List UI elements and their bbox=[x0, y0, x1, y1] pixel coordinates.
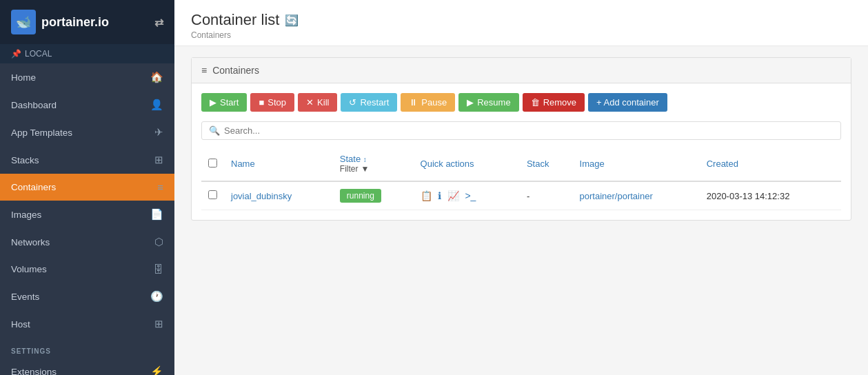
search-icon: 🔍 bbox=[209, 125, 220, 136]
resume-icon: ▶ bbox=[467, 97, 474, 108]
state-badge: running bbox=[340, 189, 381, 203]
stats-icon[interactable]: 📈 bbox=[447, 190, 459, 201]
app-templates-label: App Templates bbox=[11, 128, 72, 138]
containers-label: Containers bbox=[11, 182, 56, 192]
pause-button[interactable]: ⏸ Pause bbox=[401, 93, 455, 112]
logo: 🐋 portainer.io ⇄ bbox=[0, 0, 174, 44]
home-label: Home bbox=[11, 72, 36, 83]
sidebar-item-volumes[interactable]: Volumes 🗄 bbox=[0, 256, 174, 283]
page-title: Container list bbox=[191, 11, 279, 29]
app-templates-icon: ✈ bbox=[154, 126, 163, 139]
host-label: Host bbox=[11, 319, 30, 330]
extensions-label: Extensions bbox=[11, 367, 57, 376]
kill-icon: ✕ bbox=[306, 97, 314, 108]
state-col: State ↕ Filter ▼ bbox=[333, 147, 414, 181]
table-header-row: Name State ↕ Filter bbox=[201, 147, 841, 181]
row-checkbox-cell bbox=[201, 181, 224, 210]
start-icon: ▶ bbox=[210, 97, 216, 108]
image-col: Image bbox=[573, 147, 700, 181]
stacks-label: Stacks bbox=[11, 155, 39, 165]
add-container-button[interactable]: + Add container bbox=[588, 93, 667, 112]
sidebar-item-app-templates[interactable]: App Templates ✈ bbox=[0, 119, 174, 146]
panel-list-icon: ≡ bbox=[201, 65, 207, 76]
env-bar: 📌 LOCAL bbox=[0, 44, 174, 63]
row-quick-actions-cell: 📋 ℹ 📈 >_ bbox=[414, 181, 520, 210]
images-label: Images bbox=[11, 210, 41, 220]
sidebar-item-containers[interactable]: Containers ≡ bbox=[0, 174, 174, 201]
row-state-cell: running bbox=[333, 181, 414, 210]
sidebar-item-extensions[interactable]: Extensions ⚡ bbox=[0, 358, 174, 375]
images-icon: 📄 bbox=[150, 208, 163, 221]
add-container-label: + Add container bbox=[596, 97, 659, 108]
kill-button[interactable]: ✕ Kill bbox=[298, 93, 337, 112]
volumes-label: Volumes bbox=[11, 264, 47, 274]
panel-heading: ≡ Containers bbox=[192, 58, 851, 83]
networks-label: Networks bbox=[11, 237, 50, 247]
sidebar-item-dashboard[interactable]: Dashboard 👤 bbox=[0, 91, 174, 119]
main-content: Container list 🔄 Containers ≡ Containers… bbox=[174, 0, 868, 375]
action-toolbar: ▶ Start ■ Stop ✕ Kill ↺ Restart bbox=[201, 93, 841, 112]
containers-panel: ≡ Containers ▶ Start ■ Stop ✕ Kil bbox=[191, 57, 851, 221]
row-image-cell: portainer/portainer bbox=[573, 181, 700, 210]
transfer-icon[interactable]: ⇄ bbox=[154, 16, 163, 29]
content-area: ≡ Containers ▶ Start ■ Stop ✕ Kil bbox=[174, 46, 868, 375]
remove-button[interactable]: 🗑 Remove bbox=[523, 93, 585, 112]
resume-button[interactable]: ▶ Resume bbox=[458, 93, 518, 112]
sidebar-item-networks[interactable]: Networks ⬡ bbox=[0, 228, 174, 256]
pin-icon: 📌 bbox=[11, 49, 21, 59]
panel-heading-label: Containers bbox=[212, 65, 259, 76]
sidebar-item-events[interactable]: Events 🕐 bbox=[0, 283, 174, 310]
row-created-cell: 2020-03-13 14:12:32 bbox=[700, 181, 841, 210]
restart-button[interactable]: ↺ Restart bbox=[341, 93, 397, 112]
row-name-cell: jovial_dubinsky bbox=[224, 181, 333, 210]
image-link[interactable]: portainer/portainer bbox=[580, 191, 653, 201]
logs-icon[interactable]: 📋 bbox=[421, 190, 432, 201]
containers-icon: ≡ bbox=[157, 181, 163, 193]
page-subtitle: Containers bbox=[191, 30, 851, 40]
quick-actions-col: Quick actions bbox=[414, 147, 520, 181]
select-all-checkbox[interactable] bbox=[208, 159, 217, 168]
table-row: jovial_dubinsky running 📋 ℹ 📈 >_ - porta… bbox=[201, 181, 841, 210]
sidebar-item-host[interactable]: Host ⊞ bbox=[0, 310, 174, 338]
filter-icon[interactable]: ▼ bbox=[361, 164, 369, 174]
stacks-icon: ⊞ bbox=[154, 154, 163, 166]
dashboard-label: Dashboard bbox=[11, 100, 57, 110]
name-col: Name bbox=[224, 147, 333, 181]
sidebar-item-home[interactable]: Home 🏠 bbox=[0, 63, 174, 91]
refresh-icon[interactable]: 🔄 bbox=[285, 14, 299, 27]
panel-body: ▶ Start ■ Stop ✕ Kill ↺ Restart bbox=[192, 83, 851, 220]
search-bar: 🔍 bbox=[201, 121, 841, 140]
sidebar: 🐋 portainer.io ⇄ 📌 LOCAL Home 🏠 Dashboar… bbox=[0, 0, 174, 375]
inspect-icon[interactable]: ℹ bbox=[438, 190, 441, 201]
state-sort-icon[interactable]: ↕ bbox=[363, 156, 367, 163]
sidebar-item-stacks[interactable]: Stacks ⊞ bbox=[0, 146, 174, 174]
pause-icon: ⏸ bbox=[409, 97, 418, 108]
extensions-icon: ⚡ bbox=[150, 365, 163, 375]
container-name-link[interactable]: jovial_dubinsky bbox=[231, 191, 292, 201]
stop-icon: ■ bbox=[259, 97, 264, 108]
networks-icon: ⬡ bbox=[154, 236, 163, 248]
page-header: Container list 🔄 Containers bbox=[174, 0, 868, 46]
dashboard-icon: 👤 bbox=[150, 99, 163, 111]
row-stack-cell: - bbox=[520, 181, 573, 210]
env-label: LOCAL bbox=[25, 49, 52, 59]
events-label: Events bbox=[11, 292, 39, 302]
console-icon[interactable]: >_ bbox=[465, 190, 476, 201]
settings-label: SETTINGS bbox=[0, 338, 174, 358]
host-icon: ⊞ bbox=[154, 318, 163, 330]
volumes-icon: 🗄 bbox=[153, 263, 163, 275]
logo-text: portainer.io bbox=[41, 15, 109, 30]
search-input[interactable] bbox=[224, 125, 834, 136]
home-icon: 🏠 bbox=[150, 71, 163, 83]
restart-icon: ↺ bbox=[349, 97, 356, 108]
row-checkbox[interactable] bbox=[208, 190, 217, 199]
containers-table: Name State ↕ Filter bbox=[201, 147, 841, 210]
stop-button[interactable]: ■ Stop bbox=[250, 93, 294, 112]
created-col: Created bbox=[700, 147, 841, 181]
stack-col: Stack bbox=[520, 147, 573, 181]
start-button[interactable]: ▶ Start bbox=[201, 93, 247, 112]
sidebar-item-images[interactable]: Images 📄 bbox=[0, 201, 174, 228]
events-icon: 🕐 bbox=[150, 290, 163, 303]
page-title-row: Container list 🔄 bbox=[191, 11, 851, 29]
logo-icon: 🐋 bbox=[11, 10, 36, 34]
